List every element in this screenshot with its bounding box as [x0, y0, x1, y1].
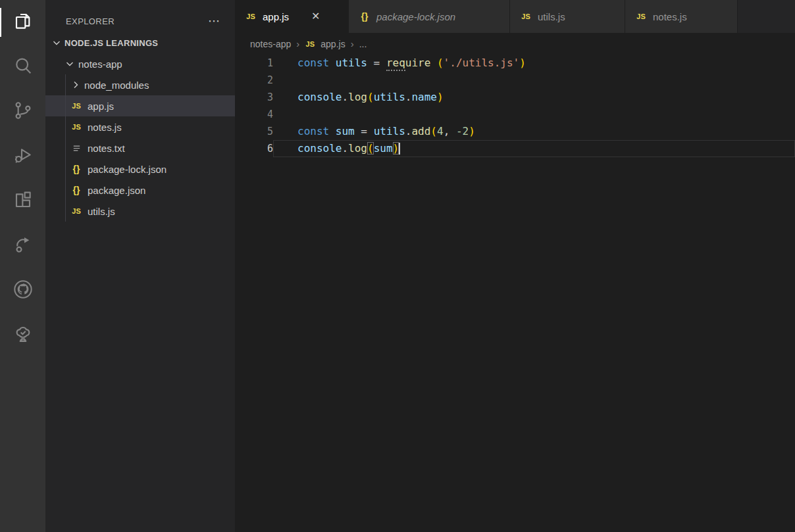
tree-item-label: utils.js: [88, 206, 115, 217]
line-number[interactable]: 1: [235, 55, 273, 72]
tree-item-label: notes.js: [88, 122, 122, 133]
tab-label: app.js: [263, 11, 289, 22]
tree-item-label: notes.txt: [88, 143, 125, 154]
tree-item-label: notes-app: [78, 59, 122, 70]
tab-label: utils.js: [538, 11, 565, 22]
line-number[interactable]: 4: [235, 106, 273, 123]
live-share-icon: [13, 234, 34, 258]
line-content[interactable]: const sum = utils.add(4, -2): [273, 123, 795, 140]
search-activity-button[interactable]: [0, 45, 45, 89]
chevron-right-icon: ›: [351, 38, 354, 49]
line-content[interactable]: console.log(sum): [273, 140, 795, 157]
run-debug-activity-button[interactable]: [0, 134, 45, 179]
js-file-icon: JS: [70, 123, 83, 131]
chevron-right-icon: ›: [296, 38, 299, 49]
line-number[interactable]: 2: [235, 72, 273, 89]
github-icon: [13, 279, 34, 302]
chevron-down-icon: [51, 37, 62, 48]
line-number[interactable]: 5: [235, 123, 273, 140]
text-file-icon: [70, 143, 83, 153]
extensions-icon: [13, 189, 34, 213]
code-line[interactable]: 6console.log(sum): [235, 140, 795, 157]
js-file-icon: JS: [305, 40, 315, 48]
explorer-sidebar: EXPLORER ⋯ NODE.JS LEARNINGS notes-app n…: [45, 0, 235, 532]
line-content[interactable]: [273, 72, 795, 89]
tab-label: package-lock.json: [376, 11, 455, 22]
json-file-icon: {}: [70, 185, 83, 195]
workspace-label: NODE.JS LEARNINGS: [64, 38, 158, 48]
tree-item-package-json[interactable]: {} package.json: [45, 180, 235, 201]
text-cursor: [399, 143, 400, 155]
breadcrumb-symbol-more[interactable]: ...: [359, 39, 367, 49]
files-icon: [13, 11, 34, 34]
tree-item-label: app.js: [88, 101, 114, 112]
file-tree: notes-app node_modules JS app.js JS note…: [45, 53, 235, 222]
sidebar-title: EXPLORER: [66, 16, 115, 26]
js-file-icon: JS: [70, 207, 83, 215]
tree-item-label: package-lock.json: [88, 164, 167, 175]
json-file-icon: {}: [70, 164, 83, 174]
sidebar-header: EXPLORER ⋯: [45, 0, 235, 32]
live-share-activity-button[interactable]: [0, 224, 45, 268]
line-content[interactable]: const utils = require ('./utils.js'): [273, 55, 795, 72]
todo-tree-activity-button[interactable]: [0, 313, 45, 358]
tree-item-notes-js[interactable]: JS notes.js: [45, 116, 235, 137]
breadcrumb: notes-app › JS app.js › ...: [235, 33, 795, 55]
tree-item-package-lock-json[interactable]: {} package-lock.json: [45, 158, 235, 180]
code-editor[interactable]: 1const utils = require ('./utils.js')23c…: [235, 55, 795, 532]
vscode-window: EXPLORER ⋯ NODE.JS LEARNINGS notes-app n…: [0, 0, 795, 532]
code-line[interactable]: 5const sum = utils.add(4, -2): [235, 123, 795, 140]
json-file-icon: {}: [358, 11, 371, 22]
chevron-right-icon: [70, 80, 81, 90]
search-icon: [13, 55, 34, 79]
js-file-icon: JS: [70, 102, 83, 110]
tree-item-label: node_modules: [84, 80, 149, 91]
code-line[interactable]: 4: [235, 106, 795, 123]
tree-item-notes-app[interactable]: notes-app: [45, 53, 235, 74]
tab-utils-js[interactable]: JS utils.js: [510, 0, 625, 33]
line-number[interactable]: 6: [235, 140, 273, 157]
tab-app-js[interactable]: JS app.js ✕: [235, 0, 349, 33]
run-debug-icon: [13, 145, 34, 168]
breadcrumb-file[interactable]: app.js: [321, 39, 345, 49]
tree-item-app-js[interactable]: JS app.js: [45, 95, 235, 116]
code-line[interactable]: 3console.log(utils.name): [235, 89, 795, 106]
tab-notes-js[interactable]: JS notes.js: [625, 0, 738, 33]
code-line[interactable]: 2: [235, 72, 795, 89]
js-file-icon: JS: [519, 12, 532, 20]
activity-bar: [0, 0, 45, 532]
editor-group: JS app.js ✕ {} package-lock.json JS util…: [235, 0, 795, 532]
breadcrumb-folder[interactable]: notes-app: [250, 39, 291, 49]
code-line[interactable]: 1const utils = require ('./utils.js'): [235, 55, 795, 72]
more-actions-icon[interactable]: ⋯: [208, 18, 220, 24]
tree-item-notes-txt[interactable]: notes.txt: [45, 137, 235, 158]
line-number[interactable]: 3: [235, 89, 273, 106]
indent-guide: [65, 74, 66, 222]
todo-tree-icon: [13, 324, 34, 347]
tree-item-label: package.json: [88, 185, 145, 196]
extensions-activity-button[interactable]: [0, 179, 45, 224]
tree-item-node-modules[interactable]: node_modules: [45, 74, 235, 95]
tab-bar: JS app.js ✕ {} package-lock.json JS util…: [235, 0, 795, 33]
source-control-icon: [13, 100, 34, 124]
close-icon[interactable]: ✕: [311, 11, 320, 22]
github-activity-button[interactable]: [0, 268, 45, 313]
source-control-activity-button[interactable]: [0, 89, 45, 134]
js-file-icon: JS: [634, 12, 648, 20]
explorer-activity-button[interactable]: [0, 0, 45, 45]
tab-package-lock-json[interactable]: {} package-lock.json: [349, 0, 510, 33]
chevron-down-icon: [64, 59, 75, 69]
line-content[interactable]: console.log(utils.name): [273, 89, 795, 106]
js-file-icon: JS: [244, 12, 257, 20]
tab-label: notes.js: [653, 11, 687, 22]
line-content[interactable]: [273, 106, 795, 123]
tree-item-utils-js[interactable]: JS utils.js: [45, 201, 235, 222]
workspace-section-header[interactable]: NODE.JS LEARNINGS: [45, 32, 235, 53]
